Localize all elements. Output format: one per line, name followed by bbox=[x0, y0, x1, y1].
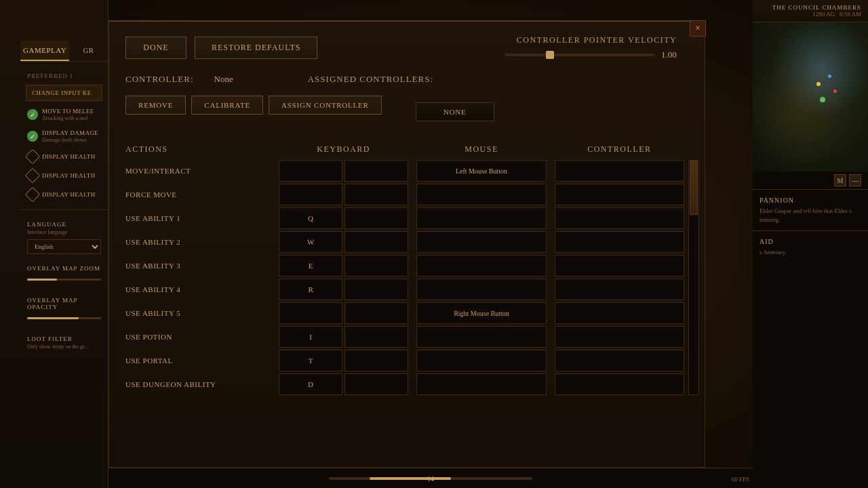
overlay-zoom-slider[interactable] bbox=[27, 273, 101, 286]
minimap-dash-btn[interactable]: — bbox=[849, 174, 861, 186]
restore-defaults-button[interactable]: Restore Defaults bbox=[195, 37, 317, 59]
mouse-key-3[interactable] bbox=[416, 231, 546, 253]
mouse-key-8[interactable] bbox=[416, 350, 546, 371]
sidebar-item-health3: DISPLAY HEALTH bbox=[20, 185, 108, 204]
mouse-key-4[interactable] bbox=[416, 255, 546, 277]
keyboard-pair-7: I bbox=[275, 326, 412, 348]
loot-filter-section: LOOT FILTER Only show items on the gr... bbox=[20, 330, 108, 359]
controller-key-9[interactable] bbox=[555, 373, 684, 395]
keyboard-pair-5: R bbox=[275, 279, 412, 300]
assign-controller-button[interactable]: Assign Controller bbox=[269, 96, 382, 115]
key2-8[interactable] bbox=[344, 350, 408, 371]
left-sidebar: GAMEPLAY GR PREFERRED I CHANGE INPUT KE … bbox=[0, 0, 108, 488]
controller-label: Controller: bbox=[125, 74, 194, 85]
controller-key-0[interactable] bbox=[555, 160, 684, 182]
assigned-none-button[interactable]: None bbox=[416, 102, 494, 121]
close-button[interactable]: × bbox=[690, 20, 706, 37]
controller-key-4[interactable] bbox=[555, 255, 684, 277]
mouse-key-0[interactable]: Left Mouse Button bbox=[416, 160, 546, 182]
mouse-cell-8 bbox=[412, 350, 550, 371]
overlay-zoom-section: OVERLAY MAP ZOOM bbox=[20, 260, 108, 291]
language-section: LANGUAGE Interface language English bbox=[20, 216, 108, 260]
controller-cell-9 bbox=[551, 373, 688, 395]
sidebar-tabs: GAMEPLAY GR bbox=[20, 41, 108, 62]
velocity-value: 1.00 bbox=[661, 49, 688, 60]
mouse-cell-2 bbox=[412, 207, 550, 229]
map-dot-blue bbox=[828, 75, 831, 78]
controller-key-8[interactable] bbox=[555, 350, 684, 371]
key1-9[interactable]: D bbox=[279, 373, 342, 395]
melee-icon: ✓ bbox=[27, 109, 38, 120]
controller-key-7[interactable] bbox=[555, 326, 684, 348]
key2-7[interactable] bbox=[344, 326, 408, 348]
quest-title: AID bbox=[760, 238, 861, 245]
keyboard-pair-6 bbox=[275, 302, 412, 324]
controller-key-5[interactable] bbox=[555, 279, 684, 300]
velocity-thumb bbox=[546, 51, 554, 59]
map-dot-green bbox=[820, 97, 825, 102]
change-input-btn[interactable]: CHANGE INPUT KE bbox=[26, 85, 102, 101]
sidebar-item-melee: ✓ MOVE TO MELEE Attacking with a mel bbox=[20, 104, 108, 125]
table-row: Use Ability 5 Right Mouse Button bbox=[125, 302, 688, 324]
key2-2[interactable] bbox=[344, 207, 408, 229]
mouse-key-7[interactable] bbox=[416, 326, 546, 348]
velocity-slider[interactable] bbox=[505, 54, 654, 56]
loot-filter-title: LOOT FILTER bbox=[27, 336, 101, 342]
mouse-key-2[interactable] bbox=[416, 207, 546, 229]
mouse-key-9[interactable] bbox=[416, 373, 546, 395]
controller-cell-4 bbox=[551, 255, 688, 277]
key2-5[interactable] bbox=[344, 279, 408, 300]
overlay-zoom-title: OVERLAY MAP ZOOM bbox=[27, 265, 101, 272]
overlay-opacity-section: OVERLAY MAP OPACITY bbox=[20, 291, 108, 330]
keyboard-pair-3: W bbox=[275, 231, 412, 253]
key2-9[interactable] bbox=[344, 373, 408, 395]
keyboard-pair-1 bbox=[275, 184, 412, 205]
tab-gameplay[interactable]: GAMEPLAY bbox=[20, 41, 69, 61]
preferred-label: PREFERRED I bbox=[20, 67, 108, 82]
key1-0[interactable] bbox=[279, 160, 342, 182]
controller-cell-8 bbox=[551, 350, 688, 371]
language-title: LANGUAGE bbox=[27, 221, 101, 228]
minimap-m-btn[interactable]: M bbox=[834, 174, 846, 186]
key2-4[interactable] bbox=[344, 255, 408, 277]
key1-1[interactable] bbox=[279, 184, 342, 205]
key1-2[interactable]: Q bbox=[279, 207, 342, 229]
overlay-opacity-slider[interactable] bbox=[27, 312, 101, 325]
calibrate-button[interactable]: Calibrate bbox=[191, 96, 263, 115]
key2-3[interactable] bbox=[344, 231, 408, 253]
key1-8[interactable]: T bbox=[279, 350, 342, 371]
controller-key-3[interactable] bbox=[555, 231, 684, 253]
header-actions: Actions bbox=[125, 144, 275, 155]
key1-7[interactable]: I bbox=[279, 326, 342, 348]
key2-1[interactable] bbox=[344, 184, 408, 205]
key2-6[interactable] bbox=[344, 302, 408, 324]
main-content: Done Restore Defaults Controller Pointer… bbox=[109, 22, 705, 409]
keybind-rows: Move/Interact Left Mouse Button Force Mo… bbox=[125, 160, 688, 395]
key1-5[interactable]: R bbox=[279, 279, 342, 300]
key2-0[interactable] bbox=[344, 160, 408, 182]
quest-panel: AID s Armoury. bbox=[753, 230, 868, 264]
controller-key-2[interactable] bbox=[555, 207, 684, 229]
done-button[interactable]: Done bbox=[125, 37, 186, 59]
keyboard-pair-8: T bbox=[275, 350, 412, 371]
divider-1 bbox=[20, 209, 108, 210]
tab-gr[interactable]: GR bbox=[69, 41, 108, 61]
mouse-cell-0: Left Mouse Button bbox=[412, 160, 550, 182]
key1-6[interactable] bbox=[279, 302, 342, 324]
overlay-opacity-title: OVERLAY MAP OPACITY bbox=[27, 297, 101, 310]
minimap-location: The Council Chambers bbox=[760, 4, 861, 11]
key1-4[interactable]: E bbox=[279, 255, 342, 277]
keybind-header: Actions Keyboard Mouse Controller bbox=[125, 142, 688, 157]
top-buttons-row: Done Restore Defaults Controller Pointer… bbox=[125, 35, 688, 60]
controller-key-1[interactable] bbox=[555, 184, 684, 205]
key1-3[interactable]: W bbox=[279, 231, 342, 253]
mouse-key-6[interactable]: Right Mouse Button bbox=[416, 302, 546, 324]
controller-key-6[interactable] bbox=[555, 302, 684, 324]
scroll-track[interactable] bbox=[688, 160, 699, 395]
mouse-key-5[interactable] bbox=[416, 279, 546, 300]
health3-icon bbox=[25, 187, 41, 203]
fps-label: 60 FPS bbox=[732, 476, 749, 483]
mouse-key-1[interactable] bbox=[416, 184, 546, 205]
language-select[interactable]: English bbox=[27, 239, 101, 254]
remove-button[interactable]: Remove bbox=[125, 96, 186, 115]
